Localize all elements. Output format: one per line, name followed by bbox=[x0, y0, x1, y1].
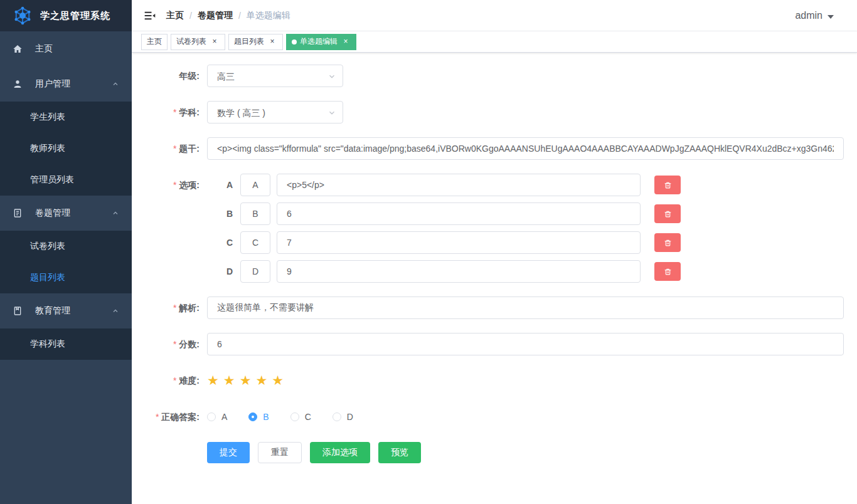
option-prefix-input[interactable] bbox=[240, 260, 270, 283]
user-dropdown[interactable]: admin bbox=[795, 10, 848, 21]
correct-answer-label: 正确答案: bbox=[132, 406, 207, 428]
chevron-down-icon bbox=[327, 108, 336, 117]
form-row-options: 选项: A B bbox=[132, 174, 857, 283]
sidebar-item-student-list[interactable]: 学生列表 bbox=[0, 102, 132, 133]
username-label: admin bbox=[795, 10, 822, 21]
preview-button[interactable]: 预览 bbox=[378, 442, 421, 463]
radio-option-b[interactable]: B bbox=[248, 406, 269, 428]
star-icon[interactable] bbox=[240, 369, 252, 392]
form-row-grade: 年级: 高三 bbox=[132, 65, 857, 87]
options-label: 选项: bbox=[132, 174, 207, 283]
option-letter: A bbox=[225, 180, 235, 190]
radio-option-d[interactable]: D bbox=[333, 406, 353, 428]
tab-close-icon[interactable] bbox=[210, 37, 220, 47]
option-content-input[interactable] bbox=[277, 260, 641, 283]
subject-select-value: 数学 ( 高三 ) bbox=[217, 102, 265, 124]
tab-home[interactable]: 主页 bbox=[141, 34, 168, 50]
tab-exam-paper-list[interactable]: 试卷列表 bbox=[171, 34, 225, 50]
breadcrumb-current-page: 单选题编辑 bbox=[247, 10, 290, 21]
option-letter: B bbox=[225, 209, 235, 219]
breadcrumb-separator bbox=[189, 11, 192, 21]
star-icon[interactable] bbox=[207, 369, 219, 392]
option-row-d: D bbox=[207, 260, 681, 283]
sidebar: 学之思管理系统 主页 用户管理 学生列表 教师列表 bbox=[0, 0, 132, 504]
trash-icon bbox=[664, 268, 672, 276]
delete-option-button[interactable] bbox=[654, 262, 681, 281]
chevron-up-icon bbox=[112, 80, 119, 88]
tab-single-choice-edit[interactable]: 单选题编辑 bbox=[286, 34, 356, 50]
reset-button[interactable]: 重置 bbox=[258, 442, 302, 463]
sidebar-item-exam-paper-list[interactable]: 试卷列表 bbox=[0, 231, 132, 262]
option-letter: C bbox=[225, 238, 235, 248]
app-root: 学之思管理系统 主页 用户管理 学生列表 教师列表 bbox=[0, 0, 857, 504]
submit-button[interactable]: 提交 bbox=[207, 442, 250, 463]
form-row-score: 分数: bbox=[132, 333, 857, 355]
chevron-up-icon bbox=[112, 209, 119, 217]
stem-input[interactable] bbox=[207, 137, 844, 160]
user-icon bbox=[13, 79, 26, 89]
subject-label: 学科: bbox=[132, 101, 207, 123]
app-logo: 学之思管理系统 bbox=[0, 0, 132, 31]
form-row-analysis: 解析: bbox=[132, 297, 857, 319]
caret-down-icon bbox=[828, 15, 834, 19]
correct-answer-group: A B C D bbox=[207, 406, 375, 428]
exam-paper-icon bbox=[13, 208, 26, 218]
trash-icon bbox=[664, 239, 672, 247]
breadcrumb: 主页 卷题管理 单选题编辑 bbox=[166, 10, 290, 21]
chevron-up-icon bbox=[112, 307, 119, 315]
delete-option-button[interactable] bbox=[654, 204, 681, 223]
form-row-subject: 学科: 数学 ( 高三 ) bbox=[132, 101, 857, 123]
radio-circle-icon bbox=[207, 412, 216, 421]
app-title: 学之思管理系统 bbox=[40, 10, 110, 22]
option-content-input[interactable] bbox=[277, 231, 641, 254]
radio-option-a[interactable]: A bbox=[207, 406, 227, 428]
analysis-input[interactable] bbox=[207, 297, 844, 319]
option-row-a: A bbox=[207, 174, 681, 196]
sidebar-item-subject-list[interactable]: 学科列表 bbox=[0, 328, 132, 360]
trash-icon bbox=[664, 210, 672, 218]
radio-circle-icon bbox=[333, 412, 341, 421]
grade-select[interactable]: 高三 bbox=[207, 65, 343, 87]
score-input[interactable] bbox=[207, 333, 844, 355]
difficulty-rating bbox=[207, 369, 284, 392]
sidebar-item-question-list[interactable]: 题目列表 bbox=[0, 262, 132, 293]
tab-close-icon[interactable] bbox=[267, 37, 277, 47]
sidebar-item-teacher-list[interactable]: 教师列表 bbox=[0, 133, 132, 164]
grade-label: 年级: bbox=[132, 65, 207, 87]
option-content-input[interactable] bbox=[277, 174, 641, 196]
radio-circle-icon bbox=[248, 412, 257, 421]
option-prefix-input[interactable] bbox=[240, 174, 270, 196]
delete-option-button[interactable] bbox=[654, 233, 681, 252]
option-prefix-input[interactable] bbox=[240, 202, 270, 225]
sidebar-item-user-management[interactable]: 用户管理 bbox=[0, 66, 132, 102]
breadcrumb-separator bbox=[238, 11, 241, 21]
sidebar-item-label: 卷题管理 bbox=[35, 207, 70, 219]
main-area: 主页 卷题管理 单选题编辑 admin 主页 试卷列表 题目列表 bbox=[132, 0, 857, 504]
question-edit-form: 年级: 高三 学科: 数学 ( 高三 ) bbox=[132, 53, 857, 482]
star-icon[interactable] bbox=[255, 369, 267, 392]
subject-select[interactable]: 数学 ( 高三 ) bbox=[207, 101, 343, 123]
sidebar-collapse-icon[interactable] bbox=[144, 9, 156, 22]
sidebar-item-admin-list[interactable]: 管理员列表 bbox=[0, 164, 132, 196]
submenu-education: 学科列表 bbox=[0, 328, 132, 360]
home-icon bbox=[13, 44, 26, 54]
breadcrumb-paper-question[interactable]: 卷题管理 bbox=[198, 10, 233, 21]
add-option-button[interactable]: 添加选项 bbox=[310, 442, 370, 463]
option-content-input[interactable] bbox=[277, 202, 641, 225]
option-row-b: B bbox=[207, 202, 681, 225]
tab-close-icon[interactable] bbox=[341, 37, 351, 47]
breadcrumb-home[interactable]: 主页 bbox=[166, 10, 184, 21]
sidebar-item-education-management[interactable]: 教育管理 bbox=[0, 293, 132, 328]
sidebar-item-paper-question-management[interactable]: 卷题管理 bbox=[0, 196, 132, 231]
sidebar-item-label: 主页 bbox=[35, 43, 53, 55]
option-prefix-input[interactable] bbox=[240, 231, 270, 254]
tab-question-list[interactable]: 题目列表 bbox=[228, 34, 283, 50]
radio-option-c[interactable]: C bbox=[290, 406, 311, 428]
sidebar-item-home[interactable]: 主页 bbox=[0, 31, 132, 66]
star-icon[interactable] bbox=[272, 369, 284, 392]
star-icon[interactable] bbox=[223, 369, 235, 392]
delete-option-button[interactable] bbox=[654, 176, 681, 194]
analysis-label: 解析: bbox=[132, 297, 207, 319]
sidebar-menu: 主页 用户管理 学生列表 教师列表 管理员列表 卷题管理 bbox=[0, 31, 132, 360]
sidebar-item-label: 用户管理 bbox=[35, 78, 70, 90]
